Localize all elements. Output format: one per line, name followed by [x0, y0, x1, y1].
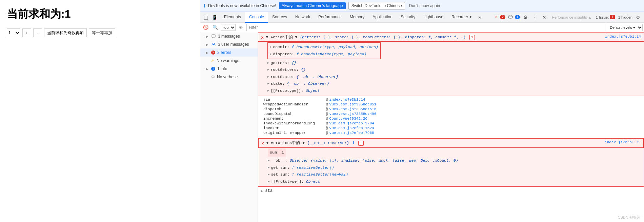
- tab-security[interactable]: Security: [397, 12, 419, 23]
- sidebar-item-info[interactable]: ▶ i 1 info: [200, 65, 258, 73]
- user-icon: [211, 42, 216, 47]
- sidebar-item-warnings[interactable]: ⚠ No warnings: [200, 57, 258, 65]
- file-ref-2[interactable]: index.js?e3b1:35: [605, 140, 641, 144]
- repeat-badge-2: 1: [358, 141, 364, 146]
- expand-arrow[interactable]: ▶: [267, 88, 269, 93]
- stack-file-link[interactable]: vuex.esm.js?3358c:496: [329, 112, 377, 116]
- log-level-select[interactable]: Default levels ▾: [607, 24, 643, 31]
- error-header-2: ✕ ▼ Mutations中的 ▼ {__ob__: Observer} ℹ 1…: [258, 138, 644, 148]
- stack-file-link[interactable]: vue.esm.js?efeb:1524: [329, 126, 374, 130]
- sidebar-item-messages[interactable]: ▶ 3 messages: [200, 32, 258, 40]
- tab-recorder[interactable]: Recorder ▼: [447, 12, 476, 23]
- issues-badge: 1: [610, 15, 615, 19]
- sidebar-label-errors: 2 errors: [217, 50, 231, 55]
- expand-arrow[interactable]: ▶: [270, 52, 271, 57]
- file-ref-1[interactable]: index.js?e3b1:14: [605, 34, 641, 39]
- filter-input[interactable]: [246, 24, 605, 31]
- errors-icon: ✕: [495, 15, 498, 19]
- tab-bar-right: ✕ 2 💬 1 ⚙ ⋮ ✕ Performance insights ▲ 1 I…: [495, 13, 644, 21]
- expand-arrow[interactable]: ▶: [268, 165, 269, 170]
- prop-dispatch: ▶ dispatch: f boundDispatch(type, payloa…: [270, 51, 378, 58]
- expand-arrow[interactable]: ▶: [268, 158, 269, 163]
- hidden-badge: 1 hidden: [618, 15, 632, 19]
- btn-minus[interactable]: -: [33, 28, 42, 37]
- tab-bar-icons: ⬚ 📱: [200, 13, 220, 21]
- stack-file-link[interactable]: vue.esm.js?efeb:7968: [329, 131, 374, 135]
- tab-performance[interactable]: Performance: [314, 12, 346, 23]
- expand-arrow[interactable]: ▶: [268, 179, 269, 184]
- sidebar-label-verbose: No verbose: [217, 75, 238, 79]
- prop-get-sum: ▶ get sum: f reactiveGetter(): [268, 164, 641, 171]
- btn-add[interactable]: 当前求和为奇数再加: [44, 28, 87, 37]
- error-icon-1: ✕: [261, 35, 264, 40]
- sidebar-item-errors[interactable]: ▶ ✕ 2 errors: [200, 48, 258, 57]
- stack-trace: jia @ index.js?e3b1:14 wrappedActionHand…: [258, 97, 644, 137]
- console-toolbar: 🚫 🔍 top 👁 Default levels ▾: [200, 23, 644, 32]
- issues-label: 1 Issue:: [596, 15, 609, 19]
- tab-elements[interactable]: Elements: [220, 12, 245, 23]
- tab-sources[interactable]: Sources: [268, 12, 291, 23]
- error-text-1: ▼ Action中的 ▼ {getters: {…}, state: {…}, …: [266, 35, 466, 39]
- btn-plus[interactable]: +: [22, 28, 31, 37]
- btn-match-language[interactable]: Always match Chrome's language: [279, 2, 346, 9]
- stack-file-link[interactable]: vue.esm.js?efeb:3704: [329, 121, 374, 125]
- clear-console-icon[interactable]: 🚫: [202, 23, 210, 32]
- arrow-icon: ▶: [206, 35, 209, 38]
- arrow-icon: ▶: [206, 67, 209, 71]
- info-bar: ℹ DevTools is now available in Chinese! …: [200, 0, 644, 12]
- stack-file-link[interactable]: vuex.esm.js?3358c:851: [329, 102, 377, 106]
- settings-icon[interactable]: ⚙: [521, 13, 529, 21]
- webpage-content: 当前求和为:1 1 + - 当前求和为奇数再加 等一等再加: [0, 0, 200, 222]
- filter-icon[interactable]: 🔍: [211, 23, 219, 32]
- tab-lighthouse[interactable]: Lighthouse: [419, 12, 447, 23]
- error-text-2: ▼ Mutations中的 ▼ {__ob__: Observer}: [266, 141, 349, 145]
- expand-arrow[interactable]: ▶: [267, 67, 269, 72]
- error-header-1: ✕ ▼ Action中的 ▼ {getters: {…}, state: {…}…: [258, 33, 644, 42]
- dont-show-link[interactable]: Don't show again: [409, 3, 440, 8]
- inspect-icon[interactable]: ⬚: [202, 13, 210, 21]
- arrow-icon: ▶: [206, 43, 209, 46]
- stack-line-bounddispatch: boundDispatch @ vuex.esm.js?3358c:496: [263, 112, 641, 116]
- expand-arrow[interactable]: ▶: [267, 75, 269, 79]
- stack-file-link[interactable]: index.js?e3b1:14: [329, 98, 365, 102]
- error-icon-2: ✕: [261, 140, 264, 146]
- sidebar-item-user-messages[interactable]: ▶ 3 user messages: [200, 40, 258, 48]
- expand-arrow[interactable]: ▶: [267, 61, 269, 65]
- issues-gear-icon[interactable]: ⚙: [634, 13, 642, 21]
- btn-equal-add[interactable]: 等一等再加: [89, 28, 115, 37]
- prop-rootgetters: ▶ rootGetters: {}: [267, 66, 641, 73]
- stack-file-link[interactable]: vuex.esm.js?3358c:516: [329, 107, 377, 111]
- watermark: CSDN @银河: [618, 215, 641, 220]
- stack-line-wrapper: original_1._wrapper @ vue.esm.js?efeb:79…: [263, 130, 641, 135]
- btn-switch-chinese[interactable]: Switch DevTools to Chinese: [348, 2, 405, 9]
- stack-file-link[interactable]: Count.vue?0342:26: [329, 117, 367, 121]
- console-body: ▶ 3 messages ▶ 3 user messages ▶ ✕: [200, 32, 644, 222]
- sidebar-label-user-messages: 3 user messages: [218, 42, 249, 47]
- expand-arrow[interactable]: ▶: [268, 172, 269, 177]
- stack-line-dispatch: dispatch @ vuex.esm.js?3358c:516: [263, 107, 641, 112]
- tab-network[interactable]: Network: [291, 12, 314, 23]
- sidebar-item-verbose[interactable]: ⚙ No verbose: [200, 73, 258, 81]
- eye-icon[interactable]: 👁: [237, 23, 245, 32]
- tab-console[interactable]: Console: [245, 12, 268, 23]
- stack-line-wrapped: wrappedActionHandler @ vuex.esm.js?3358c…: [263, 102, 641, 107]
- tab-application[interactable]: Application: [368, 12, 397, 23]
- svg-rect-0: [212, 35, 215, 37]
- prop-commit: ▶ commit: f boundCommit(type, payload, o…: [270, 44, 378, 51]
- console-main: ✕ ▼ Action中的 ▼ {getters: {…}, state: {…}…: [258, 32, 644, 222]
- context-select[interactable]: top: [221, 24, 236, 31]
- more-options-icon[interactable]: ⋮: [531, 13, 539, 21]
- console-input-text[interactable]: sta: [265, 188, 273, 193]
- tab-memory[interactable]: Memory: [346, 12, 368, 23]
- verbose-icon: ⚙: [211, 75, 215, 79]
- device-icon[interactable]: 📱: [210, 13, 219, 21]
- tab-overflow[interactable]: »: [476, 12, 483, 23]
- prop-rootstate: ▶ rootState: {__ob__: Observer}: [267, 74, 641, 80]
- close-devtools-icon[interactable]: ✕: [540, 13, 548, 21]
- info-icon: i: [211, 67, 215, 71]
- sidebar-label-messages: 3 messages: [218, 34, 240, 39]
- expanded-props-1: ▶ commit: f boundCommit(type, payload, o…: [258, 42, 644, 96]
- expand-arrow[interactable]: ▶: [267, 81, 269, 86]
- expand-arrow[interactable]: ▶: [270, 45, 271, 49]
- select-input[interactable]: 1: [7, 28, 20, 37]
